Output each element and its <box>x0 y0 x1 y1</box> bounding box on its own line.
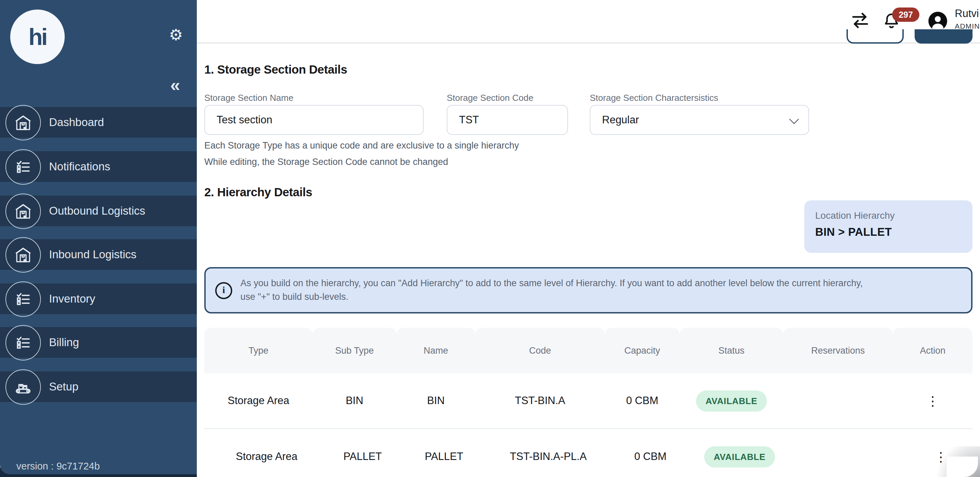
table-header-row: Type Sub Type Name Code Capacity Status … <box>204 328 972 373</box>
location-hierarchy-value: BIN > PALLET <box>815 225 962 238</box>
warehouse-icon <box>5 105 41 140</box>
sidebar-item-outbound-logistics[interactable]: Outbound Logistics <box>0 196 197 226</box>
sidebar-item-label: Dashboard <box>49 107 104 138</box>
warehouse-icon <box>5 193 41 229</box>
cell-sub-type: PALLET <box>321 429 404 477</box>
helper-text-2: While editing, the Storage Section Code … <box>204 157 448 167</box>
cell-action: ⋮ <box>893 373 972 428</box>
app-version: version : 9c71724b <box>16 461 100 472</box>
storage-section-code-label: Storage Section Code <box>447 93 533 103</box>
warehouse-icon <box>5 237 41 273</box>
sidebar-item-billing[interactable]: Billing <box>0 327 197 358</box>
cell-reservations <box>783 373 893 428</box>
status-badge: AVAILABLE <box>696 390 767 411</box>
sidebar-item-notifications[interactable]: Notifications <box>0 151 197 182</box>
chevron-down-icon <box>789 115 799 124</box>
partial-filled-button[interactable] <box>915 29 972 44</box>
storage-section-code-input[interactable] <box>447 105 568 135</box>
collapse-sidebar-icon[interactable]: « <box>170 76 180 94</box>
sidebar-item-label: Inventory <box>49 284 95 314</box>
section2-title: 2. Hierarchy Details <box>204 185 312 199</box>
table-row: Storage Area PALLET PALLET TST-BIN.A-PL.… <box>213 429 980 477</box>
location-hierarchy-card: Location Hierarchy BIN > PALLET <box>804 200 972 253</box>
sidebar-item-dashboard[interactable]: Dashboard <box>0 107 197 138</box>
status-badge: AVAILABLE <box>704 446 775 467</box>
row-actions-kebab-icon[interactable]: ⋮ <box>926 394 939 407</box>
selected-option: Regular <box>602 114 639 126</box>
swap-arrows-icon[interactable] <box>850 11 870 30</box>
column-header-sub-type: Sub Type <box>313 328 396 373</box>
checklist-icon <box>5 281 41 317</box>
sidebar-item-inventory[interactable]: Inventory <box>0 284 197 314</box>
cell-sub-type: BIN <box>313 373 396 428</box>
logo-text: hi <box>29 24 46 50</box>
cell-capacity: 0 CBM <box>605 373 680 428</box>
sidebar-item-inbound-logistics[interactable]: Inbound Logistics <box>0 239 197 270</box>
app-root: hi ⚙ « Dashboard No <box>0 0 980 477</box>
cell-code: TST-BIN.A <box>476 373 605 428</box>
column-header-status: Status <box>680 328 783 373</box>
sidebar-item-label: Outbound Logistics <box>49 196 145 226</box>
info-line-2: use "+" to build sub-levels. <box>240 290 863 304</box>
user-avatar-icon[interactable] <box>928 11 948 31</box>
partial-outlined-button[interactable] <box>846 29 904 44</box>
cell-capacity: 0 CBM <box>613 429 688 477</box>
cell-status: AVAILABLE <box>680 373 783 428</box>
cell-status: AVAILABLE <box>688 429 791 477</box>
sidebar-item-label: Setup <box>49 372 78 402</box>
column-header-action: Action <box>893 328 972 373</box>
column-header-name: Name <box>396 328 476 373</box>
conveyor-icon <box>5 369 41 405</box>
user-name: Rutvi <box>955 8 980 20</box>
hierarchy-table: Type Sub Type Name Code Capacity Status … <box>204 328 972 477</box>
helper-text-1: Each Storage Type has a unique code and … <box>204 140 519 151</box>
info-icon: i <box>215 282 232 299</box>
user-menu[interactable]: Rutvi ADMIN <box>955 8 980 30</box>
notification-count-badge: 297 <box>892 8 920 22</box>
checklist-icon <box>5 325 41 361</box>
gear-icon[interactable]: ⚙ <box>169 27 183 43</box>
hierarchy-info-banner: i As you build on the hierarchy, you can… <box>204 267 972 313</box>
sidebar: hi ⚙ « Dashboard No <box>0 0 197 474</box>
storage-section-characteristics-label: Storage Section Charactersistics <box>590 93 718 103</box>
location-hierarchy-label: Location Hierarchy <box>815 210 962 221</box>
app-logo[interactable]: hi <box>10 10 65 64</box>
checklist-icon <box>5 149 41 185</box>
column-header-type: Type <box>204 328 313 373</box>
user-role: ADMIN <box>955 22 980 30</box>
cell-name: PALLET <box>404 429 484 477</box>
cell-type: Storage Area <box>213 429 321 477</box>
info-line-1: As you build on the hierarchy, you can "… <box>240 277 863 290</box>
sidebar-item-label: Inbound Logistics <box>49 239 137 270</box>
storage-section-characteristics-select[interactable]: Regular <box>590 105 809 135</box>
section1-title: 1. Storage Section Details <box>204 63 347 77</box>
storage-section-name-input[interactable] <box>204 105 423 135</box>
column-header-capacity: Capacity <box>605 328 680 373</box>
storage-section-name-label: Storage Section Name <box>204 93 294 103</box>
table-row: Storage Area BIN BIN TST-BIN.A 0 CBM AVA… <box>204 373 972 428</box>
column-header-code: Code <box>476 328 605 373</box>
column-header-reservations: Reservations <box>783 328 893 373</box>
hierarchy-info-text: As you build on the hierarchy, you can "… <box>240 277 863 304</box>
cell-reservations <box>791 429 901 477</box>
sidebar-item-setup[interactable]: Setup <box>0 372 197 402</box>
cell-type: Storage Area <box>204 373 313 428</box>
sidebar-item-label: Notifications <box>49 151 110 182</box>
sidebar-item-label: Billing <box>49 327 79 358</box>
cell-code: TST-BIN.A-PL.A <box>484 429 613 477</box>
cell-name: BIN <box>396 373 476 428</box>
